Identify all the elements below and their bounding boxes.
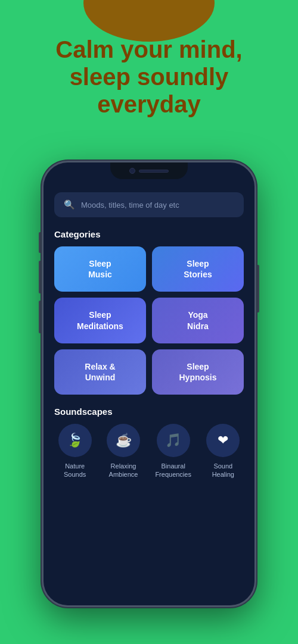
soundscape-item-relaxing-ambience[interactable]: ☕Relaxing Ambience: [107, 424, 140, 479]
soundscapes-row: 🍃Nature Sounds☕Relaxing Ambience🎵Binaura…: [54, 424, 244, 479]
hero-section: Calm your mind, sleep soundly everyday: [0, 36, 298, 118]
soundscape-icon-nature-sounds: 🍃: [58, 424, 92, 457]
category-card-sleep-meditations[interactable]: Sleep Meditations: [54, 298, 146, 343]
side-button-power: [257, 265, 259, 312]
soundscape-icon-relaxing-ambience: ☕: [107, 424, 140, 457]
phone-mockup: 🔍 Moods, titles, time of day etc Categor…: [42, 161, 256, 607]
phone-frame: 🔍 Moods, titles, time of day etc Categor…: [42, 161, 256, 607]
phone-screen: 🔍 Moods, titles, time of day etc Categor…: [44, 162, 254, 605]
search-bar[interactable]: 🔍 Moods, titles, time of day etc: [54, 192, 244, 217]
soundscape-icon-sound-healing: ❤: [206, 424, 240, 457]
categories-grid: Sleep MusicSleep StoriesSleep Meditation…: [54, 246, 244, 395]
soundscape-item-nature-sounds[interactable]: 🍃Nature Sounds: [58, 424, 92, 479]
category-card-sleep-hypnosis[interactable]: Sleep Hypnosis: [152, 349, 244, 395]
soundscapes-title: Soundscapes: [54, 407, 244, 417]
soundscape-label-relaxing-ambience: Relaxing Ambience: [109, 462, 138, 479]
side-button-mute: [39, 232, 41, 253]
front-camera: [129, 168, 135, 174]
soundscape-label-binaural-frequencies: Binaural Frequencies: [155, 462, 191, 479]
category-card-sleep-music[interactable]: Sleep Music: [54, 246, 146, 292]
hero-title: Calm your mind, sleep soundly everyday: [24, 36, 274, 118]
categories-section: Categories Sleep MusicSleep StoriesSleep…: [54, 229, 244, 395]
categories-title: Categories: [54, 229, 244, 239]
soundscape-label-nature-sounds: Nature Sounds: [64, 462, 86, 479]
category-card-sleep-stories[interactable]: Sleep Stories: [152, 246, 244, 292]
category-card-yoga-nidra[interactable]: Yoga Nidra: [152, 298, 244, 343]
side-button-vol-up: [39, 261, 41, 293]
category-card-relax-unwind[interactable]: Relax & Unwind: [54, 349, 146, 395]
soundscape-label-sound-healing: Sound Healing: [212, 462, 234, 479]
soundscapes-section: Soundscapes 🍃Nature Sounds☕Relaxing Ambi…: [54, 407, 244, 479]
soundscape-item-binaural-frequencies[interactable]: 🎵Binaural Frequencies: [155, 424, 191, 479]
earpiece-speaker: [139, 170, 169, 173]
soundscape-item-sound-healing[interactable]: ❤Sound Healing: [206, 424, 240, 479]
side-button-vol-down: [39, 301, 41, 333]
search-placeholder-text: Moods, titles, time of day etc: [81, 201, 179, 210]
phone-notch: [110, 162, 188, 179]
search-icon: 🔍: [64, 199, 75, 210]
soundscape-icon-binaural-frequencies: 🎵: [157, 424, 190, 457]
